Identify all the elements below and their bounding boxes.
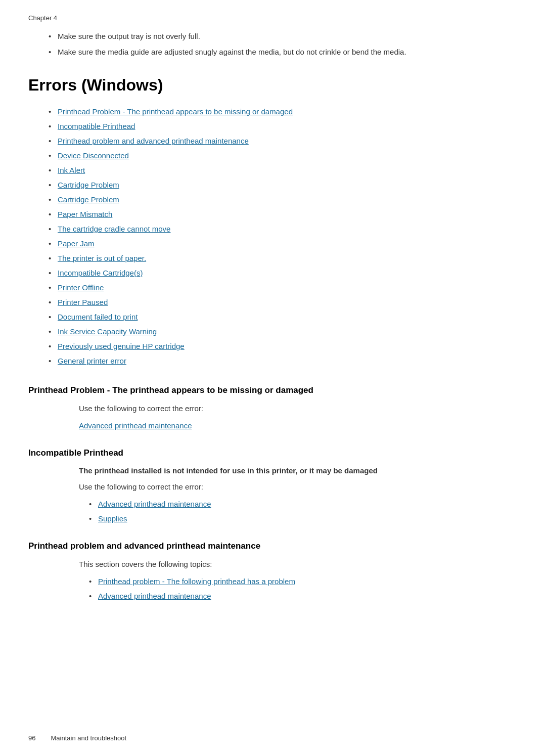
toc-item-11[interactable]: Incompatible Cartridge(s) (49, 267, 518, 279)
printhead-advanced-bullet-link-0[interactable]: Printhead problem - The following printh… (98, 577, 295, 586)
toc-link-1[interactable]: Incompatible Printhead (58, 122, 135, 130)
intro-bullet-2: Make sure the media guide are adjusted s… (49, 47, 518, 58)
incompatible-bold-note: The printhead installed is not intended … (79, 465, 518, 477)
toc-item-7[interactable]: Paper Mismatch (49, 208, 518, 220)
toc-item-2[interactable]: Printhead problem and advanced printhead… (49, 135, 518, 147)
toc-item-17[interactable]: General printer error (49, 355, 518, 367)
toc-list: Printhead Problem - The printhead appear… (49, 106, 518, 367)
toc-link-4[interactable]: Ink Alert (58, 166, 85, 174)
toc-item-14[interactable]: Document failed to print (49, 311, 518, 323)
subsection-title-printhead-advanced: Printhead problem and advanced printhead… (28, 541, 518, 551)
toc-link-0[interactable]: Printhead Problem - The printhead appear… (58, 107, 293, 116)
toc-link-6[interactable]: Cartridge Problem (58, 195, 119, 204)
toc-link-5[interactable]: Cartridge Problem (58, 181, 119, 189)
toc-item-9[interactable]: Paper Jam (49, 238, 518, 250)
toc-item-3[interactable]: Device Disconnected (49, 150, 518, 162)
toc-link-11[interactable]: Incompatible Cartridge(s) (58, 269, 143, 277)
toc-link-9[interactable]: Paper Jam (58, 239, 95, 248)
toc-item-8[interactable]: The cartridge cradle cannot move (49, 223, 518, 235)
intro-bullets-list: Make sure the output tray is not overly … (49, 31, 518, 58)
subsection-title-incompatible-printhead: Incompatible Printhead (28, 448, 518, 458)
toc-item-6[interactable]: Cartridge Problem (49, 194, 518, 206)
printhead-maintenance-link-1[interactable]: Advanced printhead maintenance (79, 421, 192, 430)
toc-link-8[interactable]: The cartridge cradle cannot move (58, 225, 170, 233)
subsection-intro-printhead-problem: Use the following to correct the error: (79, 403, 518, 415)
incompatible-bullet-link-0[interactable]: Advanced printhead maintenance (98, 500, 211, 508)
toc-item-13[interactable]: Printer Paused (49, 296, 518, 308)
chapter-label: Chapter 4 (28, 14, 518, 22)
toc-link-16[interactable]: Previously used genuine HP cartridge (58, 342, 185, 350)
toc-item-12[interactable]: Printer Offline (49, 282, 518, 294)
page-footer: 96 Maintain and troubleshoot (28, 734, 518, 742)
printhead-advanced-bullets: Printhead problem - The following printh… (89, 575, 518, 602)
incompatible-bullet-1[interactable]: Supplies (89, 513, 518, 525)
intro-bullet-1: Make sure the output tray is not overly … (49, 31, 518, 42)
toc-item-16[interactable]: Previously used genuine HP cartridge (49, 340, 518, 352)
toc-link-3[interactable]: Device Disconnected (58, 151, 129, 160)
toc-item-1[interactable]: Incompatible Printhead (49, 120, 518, 132)
incompatible-bullet-link-1[interactable]: Supplies (98, 514, 127, 523)
toc-link-15[interactable]: Ink Service Capacity Warning (58, 327, 157, 336)
toc-link-17[interactable]: General printer error (58, 357, 126, 365)
subsection-title-printhead-problem: Printhead Problem - The printhead appear… (28, 385, 518, 395)
printhead-advanced-bullet-0[interactable]: Printhead problem - The following printh… (89, 575, 518, 588)
toc-link-10[interactable]: The printer is out of paper. (58, 254, 146, 262)
toc-item-4[interactable]: Ink Alert (49, 164, 518, 176)
toc-item-15[interactable]: Ink Service Capacity Warning (49, 326, 518, 338)
toc-item-0[interactable]: Printhead Problem - The printhead appear… (49, 106, 518, 118)
toc-link-7[interactable]: Paper Mismatch (58, 210, 112, 218)
printhead-advanced-intro: This section covers the following topics… (79, 558, 518, 570)
footer-page-number: 96 (28, 734, 35, 742)
footer-text: Maintain and troubleshoot (51, 734, 126, 742)
toc-link-14[interactable]: Document failed to print (58, 313, 138, 321)
toc-link-12[interactable]: Printer Offline (58, 283, 104, 292)
incompatible-bullets: Advanced printhead maintenanceSupplies (89, 498, 518, 525)
incompatible-body-intro: Use the following to correct the error: (79, 481, 518, 493)
toc-item-10[interactable]: The printer is out of paper. (49, 252, 518, 264)
subsection-link-printhead-problem[interactable]: Advanced printhead maintenance (79, 420, 518, 432)
toc-link-13[interactable]: Printer Paused (58, 298, 108, 306)
printhead-advanced-bullet-1[interactable]: Advanced printhead maintenance (89, 590, 518, 602)
incompatible-bullet-0[interactable]: Advanced printhead maintenance (89, 498, 518, 510)
printhead-advanced-bullet-link-1[interactable]: Advanced printhead maintenance (98, 592, 211, 600)
toc-link-2[interactable]: Printhead problem and advanced printhead… (58, 137, 249, 145)
section-title: Errors (Windows) (28, 76, 518, 95)
toc-item-5[interactable]: Cartridge Problem (49, 179, 518, 191)
